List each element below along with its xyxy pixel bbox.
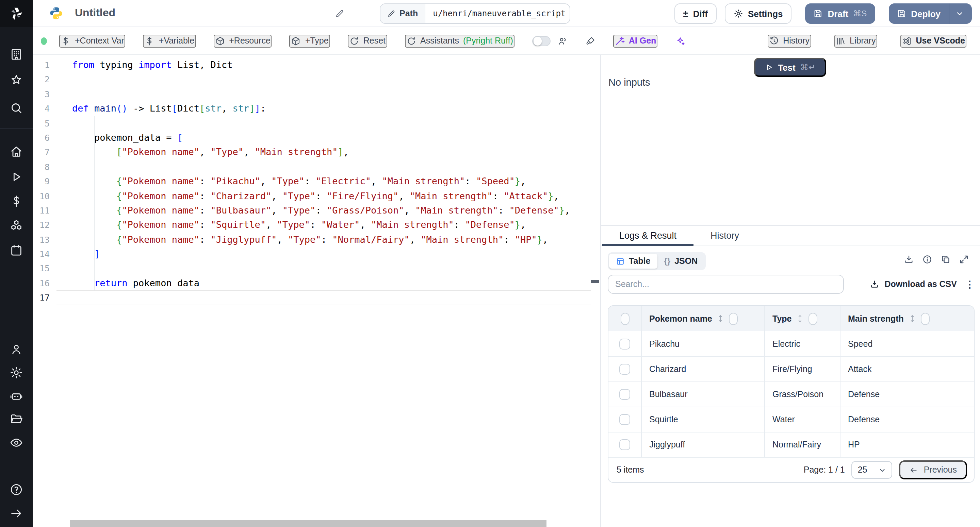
code-line[interactable]: 2 (33, 72, 600, 87)
code-line[interactable]: 3 (33, 87, 600, 102)
row-checkbox[interactable] (619, 389, 630, 400)
column-pill-checkbox[interactable] (921, 313, 930, 325)
dollar-icon[interactable] (10, 194, 23, 208)
user-icon[interactable] (10, 343, 23, 356)
table-row[interactable]: BulbasaurGrass/PoisonDefense (608, 381, 974, 406)
edit-title-icon[interactable] (335, 9, 344, 18)
row-checkbox-cell (608, 407, 641, 432)
table-row[interactable]: SquirtleWaterDefense (608, 406, 974, 432)
add-variable-button[interactable]: +Variable (143, 34, 196, 47)
code-line[interactable]: 17 (33, 291, 600, 305)
code-line[interactable]: 11 {"Pokemon name": "Bulbasaur", "Type":… (33, 203, 600, 218)
row-checkbox[interactable] (619, 338, 630, 349)
eye-icon[interactable] (10, 436, 23, 449)
home-icon[interactable] (10, 145, 23, 159)
table-row[interactable]: PikachuElectricSpeed (608, 331, 974, 356)
row-checkbox[interactable] (619, 439, 630, 450)
copy-result-icon[interactable] (940, 254, 951, 265)
code-line[interactable]: 13 {"Pokemon name": "Jigglypuff", "Type"… (33, 232, 600, 247)
path-field[interactable]: Path u/henri/maneuverable_script (380, 3, 570, 24)
blocks-icon[interactable] (10, 219, 23, 233)
test-button[interactable]: Test ⌘↵ (754, 58, 826, 77)
line-number: 10 (33, 189, 50, 203)
search-input[interactable] (608, 275, 844, 294)
multiplayer-toggle[interactable] (532, 36, 550, 46)
sparkles-icon[interactable] (675, 36, 685, 46)
code-line[interactable]: 4def main() -> List[Dict[str, str]]: (33, 101, 600, 116)
row-checkbox[interactable] (619, 414, 630, 425)
table-row[interactable]: CharizardFire/FlyingAttack (608, 356, 974, 381)
play-icon[interactable] (10, 170, 23, 184)
code-line[interactable]: 16 return pokemon_data (33, 276, 600, 291)
diff-button[interactable]: ± Diff (674, 3, 717, 24)
path-label: Path (380, 4, 425, 23)
assistants-status: (Pyright Ruff) (463, 36, 513, 46)
use-vscode-button[interactable]: Use VScode (900, 34, 966, 47)
code-line[interactable]: 15 (33, 262, 600, 276)
column-header[interactable]: Pokemon name (641, 306, 764, 331)
package-icon (215, 36, 225, 46)
ai-gen-button[interactable]: AI Gen (613, 34, 658, 47)
line-number: 14 (33, 247, 50, 262)
reset-button[interactable]: Reset (348, 34, 387, 47)
table-row[interactable]: JigglypuffNormal/FairyHP (608, 432, 974, 457)
folder-icon[interactable] (10, 412, 23, 426)
robot-icon[interactable] (10, 390, 23, 403)
add-resource-button[interactable]: +Resource (213, 34, 272, 47)
view-table-button[interactable]: Table (609, 254, 657, 268)
expand-icon[interactable] (959, 254, 969, 265)
view-json-button[interactable]: {} JSON (657, 254, 705, 268)
column-header[interactable]: Type (764, 306, 840, 331)
code-line[interactable]: 12 {"Pokemon name": "Squirtle", "Type": … (33, 218, 600, 233)
download-result-icon[interactable] (904, 254, 914, 265)
tab-logs-result[interactable]: Logs & Result (602, 226, 694, 245)
multiplayer-users-icon[interactable] (557, 36, 568, 46)
sort-icon[interactable] (797, 314, 804, 323)
previous-page-button[interactable]: Previous (899, 460, 967, 479)
code-line[interactable]: 8 (33, 159, 600, 174)
add-context-var-button[interactable]: +Context Var (59, 34, 126, 47)
assistants-button[interactable]: Assistants (Pyright Ruff) (404, 34, 514, 47)
tab-history[interactable]: History (694, 226, 756, 245)
row-checkbox[interactable] (619, 364, 630, 375)
draft-button[interactable]: Draft ⌘S (805, 3, 875, 24)
format-brush-icon[interactable] (585, 36, 595, 46)
path-value[interactable]: u/henri/maneuverable_script (425, 4, 570, 23)
building-icon[interactable] (10, 48, 23, 61)
column-pill-checkbox[interactable] (729, 313, 738, 325)
star-icon[interactable] (10, 73, 23, 87)
panel-divider[interactable] (600, 55, 601, 527)
code-line[interactable]: 14 ] (33, 247, 600, 262)
library-button[interactable]: Library (834, 34, 877, 47)
calendar-icon[interactable] (10, 243, 23, 257)
sort-icon[interactable] (908, 314, 916, 323)
settings-button[interactable]: Settings (725, 3, 792, 24)
code-line[interactable]: 1from typing import List, Dict (33, 58, 600, 72)
column-pill-checkbox[interactable] (809, 313, 818, 325)
code-line[interactable]: 7 ["Pokemon name", "Type", "Main strengt… (33, 145, 600, 160)
code-line[interactable]: 5 (33, 116, 600, 130)
code-line[interactable]: 6 pokemon_data = [ (33, 130, 600, 145)
more-options-icon[interactable]: ⋮ (965, 279, 975, 290)
expand-icon[interactable] (10, 506, 23, 520)
code-line[interactable]: 10 {"Pokemon name": "Charizard", "Type":… (33, 189, 600, 203)
page-size-select[interactable]: 25 (852, 461, 892, 479)
table-cell: Pikachu (641, 331, 764, 356)
horizontal-scrollbar[interactable] (70, 520, 546, 527)
deploy-button[interactable]: Deploy (888, 3, 972, 24)
download-csv-button[interactable]: Download as CSV (869, 279, 957, 289)
sort-icon[interactable] (717, 314, 724, 323)
help-icon[interactable] (10, 483, 23, 497)
info-icon[interactable] (922, 254, 932, 265)
add-type-button[interactable]: +Type (290, 34, 330, 47)
code-editor[interactable]: 1from typing import List, Dict234def mai… (33, 55, 600, 527)
settings-icon[interactable] (10, 366, 23, 379)
braces-icon: {} (664, 256, 670, 266)
history-button[interactable]: History (767, 34, 811, 47)
search-icon[interactable] (10, 101, 23, 115)
table-cell: Normal/Fairy (764, 432, 840, 457)
windmill-logo[interactable] (0, 0, 33, 27)
header-pill-checkbox[interactable] (620, 313, 629, 325)
code-line[interactable]: 9 {"Pokemon name": "Pikachu", "Type": "E… (33, 174, 600, 189)
column-header[interactable]: Main strength (840, 306, 975, 331)
